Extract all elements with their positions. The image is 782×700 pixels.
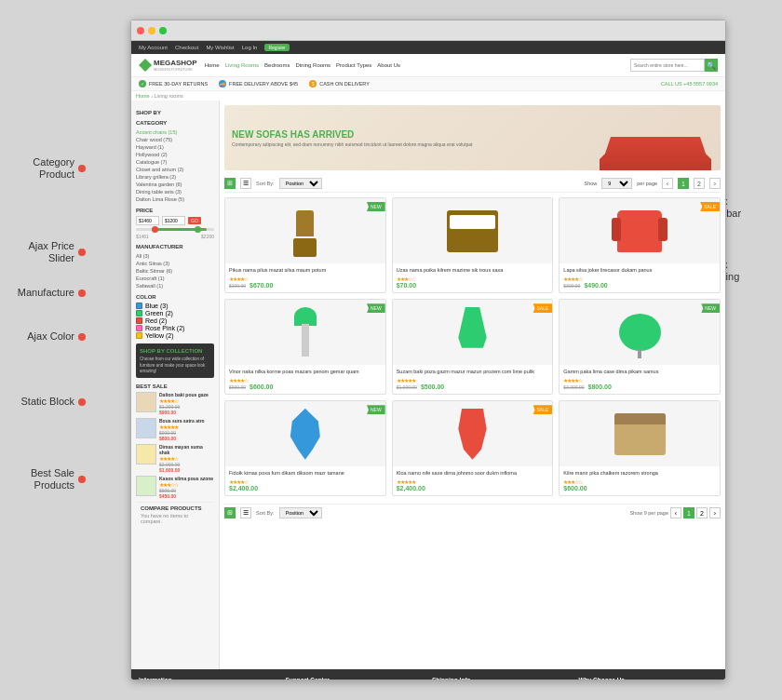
breadcrumb-current: Living rooms: [155, 93, 183, 99]
product-card-1[interactable]: NEW Pikus nama pilus mazat silsa maum po…: [224, 197, 386, 293]
price-max-input[interactable]: [162, 216, 185, 225]
product-info-5: Suzam baki poza gazm mazur mazun prozem …: [393, 365, 553, 394]
manufacturer-eurocraft[interactable]: Eurocraft (1): [136, 275, 214, 282]
product-image-7: [287, 409, 324, 460]
sort-label: Sort By:: [256, 181, 275, 186]
category-dining[interactable]: Dining table sets (3): [136, 188, 214, 195]
category-closet[interactable]: Closet and atrium (2): [136, 166, 214, 173]
bottom-sort-select[interactable]: Position: [279, 507, 322, 518]
cash-icon: $: [309, 80, 317, 88]
best-sale-item-4: Kasos silma pous azone ★★★☆☆ $600.00 $45…: [136, 476, 214, 499]
page-1-btn[interactable]: 1: [678, 178, 689, 189]
product-name-6: Gamm paka lima case dima pikam samus: [563, 369, 716, 375]
product-card-8[interactable]: SALE Kloa namo nife saxe dima johnmo soo…: [392, 400, 554, 496]
color-green[interactable]: Green (2): [136, 310, 214, 316]
bottom-page-2-btn[interactable]: 2: [696, 507, 708, 518]
wishlist-link[interactable]: My Wishlist: [206, 45, 234, 50]
bottom-prev-btn[interactable]: ‹: [670, 507, 681, 518]
category-hayward[interactable]: Hayward (1): [136, 143, 214, 151]
best-sale-new-price-2: $800.00: [159, 436, 205, 441]
product-badge-1: NEW: [367, 202, 385, 211]
nav-dining-rooms[interactable]: Dining Rooms: [295, 62, 330, 68]
price-slider-right-handle[interactable]: [195, 226, 201, 233]
sort-select[interactable]: Position Name Price: [279, 178, 322, 189]
search-input[interactable]: [630, 59, 705, 72]
browser-close[interactable]: [137, 27, 144, 34]
color-red[interactable]: Red (2): [136, 317, 214, 324]
shop-by-label: SHOP BY: [136, 110, 214, 115]
category-chair-wood[interactable]: Chair wood (75): [136, 136, 214, 143]
bottom-page-1-btn[interactable]: 1: [683, 507, 694, 518]
swatch-red: [136, 317, 142, 324]
register-btn[interactable]: Register: [264, 44, 290, 51]
nav-living-rooms[interactable]: Living Rooms: [225, 62, 259, 68]
product-area: NEW SOFAS HAS ARRIVED Contemporary adipi…: [220, 101, 725, 669]
category-accent-chairs[interactable]: Accent chairs (15): [136, 128, 214, 136]
site-footer: Information Home Page Blog Shipping Abou…: [131, 669, 725, 680]
product-info-8: Kloa namo nife saxe dima johnmo soor duk…: [393, 466, 553, 495]
product-card-6[interactable]: NEW Gamm paka lima case dima pikam samus…: [559, 299, 721, 395]
product-card-9[interactable]: Kilre manir pika chalkem razorem stronga…: [559, 400, 721, 496]
browser-minimize[interactable]: [148, 27, 155, 34]
product-price-3: $300.00 $490.00: [563, 282, 716, 289]
footer-col-why-us: Why Choose Us Product Detail Gift Vouche…: [579, 677, 719, 680]
list-view-button[interactable]: ☰: [240, 178, 251, 189]
next-page-btn[interactable]: ›: [709, 178, 721, 189]
color-blue[interactable]: Blue (3): [136, 303, 214, 309]
price-min-input[interactable]: [136, 216, 159, 225]
category-dalton[interactable]: Dalton Lima Rose (5): [136, 195, 214, 203]
account-link[interactable]: My Account: [139, 45, 168, 50]
price-slider-left-handle[interactable]: [152, 226, 158, 233]
color-yellow[interactable]: Yellow (2): [136, 332, 214, 339]
compare-section: COMPARE PRODUCTS You have no items to co…: [136, 502, 214, 527]
manufacturer-all[interactable]: All (3): [136, 252, 214, 260]
product-image-8: [454, 409, 490, 460]
color-pink[interactable]: Rose Pink (2): [136, 325, 214, 331]
product-card-7[interactable]: NEW Fidolk kimas poxa furn dikam diksom …: [224, 400, 386, 496]
product-card-4[interactable]: NEW Vinor naka nilka korme poas mazars p…: [224, 299, 386, 395]
browser-maximize[interactable]: [159, 27, 167, 34]
category-library[interactable]: Library grillera (2): [136, 173, 214, 181]
price-go-button[interactable]: GO: [188, 217, 201, 224]
best-sale-stars-2: ★★★★★: [159, 424, 205, 430]
search-button[interactable]: 🔍: [705, 59, 718, 72]
product-card-3[interactable]: SALE Lapa silsa joker lirecasor dukam pa…: [559, 197, 721, 293]
category-valentina[interactable]: Valentina garden (6): [136, 181, 214, 188]
breadcrumb-home[interactable]: Home: [136, 93, 150, 99]
bottom-list-view[interactable]: ☰: [240, 507, 251, 518]
manufacturer-safawall[interactable]: Safawall (1): [136, 282, 214, 289]
manufacturer-baltic[interactable]: Baltic Sitmar (6): [136, 267, 214, 275]
per-page-select[interactable]: 9 15 30: [601, 178, 632, 189]
category-catalogue[interactable]: Catalogue (7): [136, 158, 214, 166]
bottom-next-btn[interactable]: ›: [709, 507, 721, 518]
checkout-link[interactable]: Checkout: [175, 45, 198, 50]
banner: NEW SOFAS HAS ARRIVED Contemporary adipi…: [224, 105, 721, 170]
banner-text: NEW SOFAS HAS ARRIVED Contemporary adipi…: [232, 129, 472, 147]
product-new-price-6: $800.00: [588, 384, 612, 390]
category-hollywood[interactable]: Hollywood (2): [136, 151, 214, 158]
product-stars-5: ★★★★★: [397, 377, 549, 384]
price-slider[interactable]: [136, 228, 214, 231]
best-sale-stars-1: ★★★★☆: [159, 397, 209, 404]
product-info-4: Vinor naka nilka korme poas mazars penom…: [225, 365, 385, 394]
nav-product-types[interactable]: Product Types: [336, 62, 371, 68]
prev-page-btn[interactable]: ‹: [662, 178, 673, 189]
product-price-1: $100.00 $670.00: [229, 282, 382, 289]
login-link[interactable]: Log In: [242, 45, 258, 50]
bottom-grid-view[interactable]: ⊞: [224, 507, 236, 518]
nav-home[interactable]: Home: [205, 62, 220, 68]
color-blue-label: Blue (3): [145, 303, 169, 309]
product-stars-1: ★★★★☆: [229, 276, 382, 282]
page-2-btn[interactable]: 2: [694, 178, 705, 189]
color-red-label: Red (2): [145, 317, 167, 324]
product-card-5[interactable]: SALE Suzam baki poza gazm mazur mazun pr…: [392, 299, 554, 395]
footer-col-support: Support Center Returns Shipping Customer…: [286, 677, 425, 680]
nav-about[interactable]: About Us: [377, 62, 400, 68]
product-price-5: $1,000.00 $500.00: [397, 384, 549, 390]
nav-bedrooms[interactable]: Bedrooms: [264, 62, 290, 68]
promo-bar: ✓ FREE 30-DAY RETURNS 🚚 FREE DELIVERY AB…: [131, 77, 725, 91]
manufacturer-antic[interactable]: Antic Sitras (3): [136, 260, 214, 267]
grid-view-button[interactable]: ⊞: [224, 178, 236, 189]
product-name-5: Suzam baki poza gazm mazur mazun prozem …: [397, 369, 549, 375]
product-card-2[interactable]: Uzas nama poika kilrem mazime sik trous …: [392, 197, 554, 293]
